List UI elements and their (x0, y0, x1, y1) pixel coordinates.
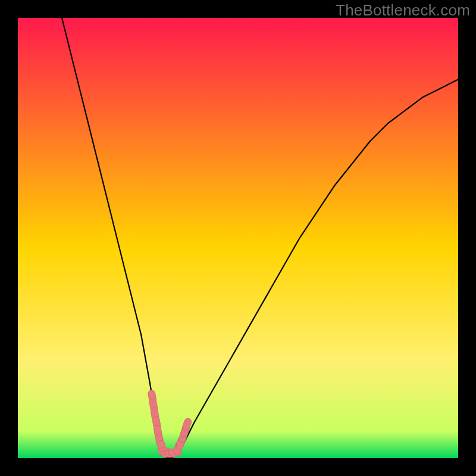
chart-frame: TheBottleneck.com (0, 0, 476, 476)
watermark-text: TheBottleneck.com (336, 1, 470, 20)
bottleneck-chart (18, 18, 458, 458)
gradient-background (18, 18, 458, 458)
plot-area (18, 18, 458, 458)
